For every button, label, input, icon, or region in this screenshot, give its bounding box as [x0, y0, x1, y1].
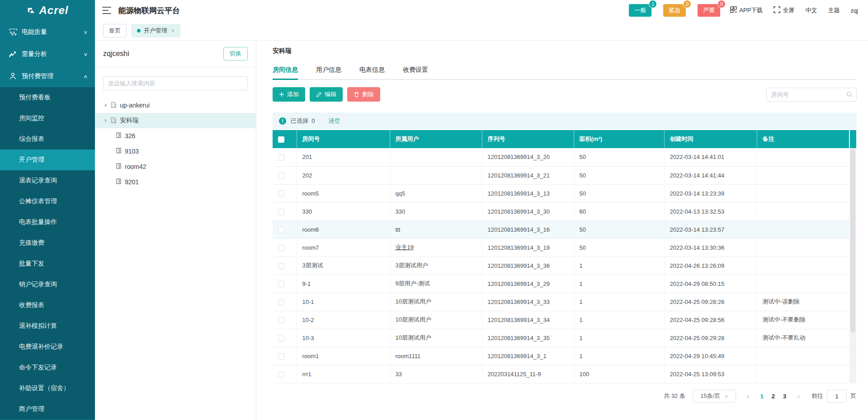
caret-right-icon[interactable]	[105, 119, 107, 122]
row-checkbox[interactable]	[278, 371, 284, 378]
header-link-APP下载[interactable]: APP下载	[730, 6, 763, 14]
cell-remark	[757, 347, 849, 365]
sidebar-subitem-退补模拟计算[interactable]: 退补模拟计算	[0, 316, 95, 336]
tree-node-up-ankerui[interactable]: up-ankerui	[95, 98, 256, 113]
next-page-button[interactable]: ›	[794, 392, 803, 400]
row-checkbox[interactable]	[278, 191, 284, 197]
goto-page-input[interactable]	[827, 390, 847, 403]
page-size-select[interactable]: 15条/页 ∨	[693, 390, 736, 403]
tree-leaf-9201[interactable]: 9201	[95, 174, 256, 190]
breadcrumb-tab-开户管理[interactable]: 开户管理×	[131, 24, 180, 37]
scrollbar-thumb[interactable]	[850, 149, 855, 332]
sidebar-subitem-综合报表[interactable]: 综合报表	[0, 129, 95, 149]
row-checkbox[interactable]	[278, 299, 284, 305]
table-row[interactable]: room7业主1912012081369914_3_19502022-03-14…	[273, 238, 849, 257]
sidebar-subitem-电费退补价记录[interactable]: 电费退补价记录	[0, 336, 95, 357]
table-row[interactable]: room6ttt12012081369914_3_16502022-03-14 …	[273, 220, 849, 238]
sidebar-item-预付费管理[interactable]: 预付费管理∧	[0, 65, 95, 87]
row-checkbox[interactable]	[278, 227, 284, 233]
cell-created: 2022-04-26 13:26:09	[664, 257, 757, 275]
sidebar-subitem-收费报表[interactable]: 收费报表	[0, 295, 95, 316]
sidebar-subitem-商户管理[interactable]: 商户管理	[0, 399, 95, 420]
prev-page-button[interactable]: ‹	[743, 392, 753, 400]
tree-leaf-326[interactable]: 326	[95, 128, 256, 144]
cell-serial: 12012081369914_3_34	[482, 311, 574, 329]
row-checkbox[interactable]	[278, 245, 284, 251]
search-icon[interactable]	[846, 91, 853, 98]
cell-remark	[757, 202, 849, 220]
sidebar-subitem-批量下发[interactable]: 批量下发	[0, 253, 95, 274]
row-checkbox[interactable]	[278, 173, 284, 179]
room-search-input[interactable]	[766, 88, 857, 102]
row-checkbox[interactable]	[278, 263, 284, 269]
sidebar-subitem-电表批量操作[interactable]: 电表批量操作	[0, 212, 95, 233]
delete-button[interactable]: 删除	[347, 87, 380, 102]
sidebar-subitem-命令下发记录[interactable]: 命令下发记录	[0, 357, 95, 378]
table-row[interactable]: 10-110层测试用户12012081369914_3_3312022-04-2…	[273, 293, 849, 311]
sidebar-subitem-补助设置（宿舍）[interactable]: 补助设置（宿舍）	[0, 378, 95, 399]
sidebar-subitem-销户记录查询[interactable]: 销户记录查询	[0, 274, 95, 295]
collapse-menu-icon[interactable]	[102, 7, 111, 14]
header-link-全屏[interactable]: 全屏	[774, 6, 794, 14]
page-button-2[interactable]: 2	[768, 393, 779, 400]
tree-node-安科瑞[interactable]: 安科瑞	[95, 113, 256, 128]
row-checkbox[interactable]	[278, 281, 284, 287]
table-row[interactable]: rrr133202203141125_11-91002022-04-25 13:…	[273, 365, 849, 383]
table-row[interactable]: 33033012012081369914_3_30602022-04-13 13…	[273, 202, 849, 220]
sidebar-subitem-预付费看板[interactable]: 预付费看板	[0, 87, 95, 108]
add-button[interactable]: 添加	[273, 87, 305, 102]
alarm-badge-紧急[interactable]: 紧急0	[663, 4, 686, 17]
alarm-badge-一般[interactable]: 一般1	[629, 4, 651, 17]
table-row[interactable]: 20112012081369914_3_20502022-03-14 14:41…	[273, 148, 849, 166]
app-root: Acrel 电能质量∨需量分析∨预付费管理∧预付费看板房间监控综合报表开户管理退…	[0, 0, 868, 420]
alarm-badge-严重[interactable]: 严重0	[698, 4, 720, 17]
tree-search-input[interactable]	[103, 76, 248, 90]
tab-电表信息[interactable]: 电表信息	[359, 61, 385, 79]
row-checkbox[interactable]	[278, 353, 284, 359]
edit-button[interactable]: 编辑	[310, 87, 343, 102]
room-icon	[116, 148, 122, 155]
row-checkbox[interactable]	[278, 335, 284, 341]
sidebar-item-电能质量[interactable]: 电能质量∨	[0, 21, 95, 43]
page-button-1[interactable]: 1	[756, 393, 768, 400]
table-scrollbar[interactable]	[849, 130, 856, 383]
switch-button[interactable]: 切换	[223, 47, 248, 61]
tree-leaf-9103[interactable]: 9103	[95, 144, 256, 159]
sidebar-item-需量分析[interactable]: 需量分析∨	[0, 43, 95, 65]
header-link-中文[interactable]: 中文	[805, 6, 817, 14]
table-row[interactable]: 10-210层测试用户12012081369914_3_3412022-04-2…	[273, 311, 849, 329]
header-link-主题[interactable]: 主题	[828, 6, 840, 14]
select-all-checkbox[interactable]	[278, 136, 284, 143]
cell-remark	[757, 166, 849, 184]
rooms-table: 房间号所属用户序列号面积(m²)创建时间备注 20112012081369914…	[273, 130, 849, 383]
tree-leaf-label: room42	[125, 163, 146, 170]
cell-area: 1	[574, 293, 664, 311]
tab-收费设置[interactable]: 收费设置	[403, 61, 428, 79]
tab-房间信息[interactable]: 房间信息	[273, 61, 298, 79]
clear-selection-link[interactable]: 清空	[328, 117, 340, 125]
total-count: 共 32 条	[664, 392, 685, 400]
table-row[interactable]: 3层测试3层测试用户12012081369914_3_3612022-04-26…	[273, 257, 849, 275]
header-link-zqj[interactable]: zqj	[850, 7, 858, 14]
row-checkbox[interactable]	[278, 154, 284, 161]
table-row[interactable]: room5qq512012081369914_3_13502022-03-14 …	[273, 184, 849, 202]
tab-用户信息[interactable]: 用户信息	[316, 61, 341, 79]
table-row[interactable]: 10-310层测试用户12012081369914_3_3512022-04-2…	[273, 329, 849, 347]
caret-right-icon[interactable]	[105, 103, 107, 107]
table-row[interactable]: 20212012081369914_3_21502022-03-14 14:41…	[273, 166, 849, 184]
row-checkbox[interactable]	[278, 209, 284, 215]
sidebar-subitem-公摊仪表管理[interactable]: 公摊仪表管理	[0, 191, 95, 212]
sidebar-subitem-充值缴费[interactable]: 充值缴费	[0, 233, 95, 253]
sidebar-subitem-房间监控[interactable]: 房间监控	[0, 108, 95, 129]
sidebar-subitem-开户管理[interactable]: 开户管理	[0, 149, 95, 170]
page-button-3[interactable]: 3	[779, 393, 790, 400]
table-row[interactable]: 9-19层用户-测试12012081369914_3_2912022-04-29…	[273, 275, 849, 293]
sidebar-subitem-退表记录查询[interactable]: 退表记录查询	[0, 170, 95, 191]
row-checkbox[interactable]	[278, 317, 284, 323]
table-row[interactable]: room1room111112012081369914_3_112022-04-…	[273, 347, 849, 365]
breadcrumb-tab-首页[interactable]: 首页	[103, 24, 127, 37]
user-link[interactable]: 业主19	[396, 244, 414, 251]
row-checkbox-cell	[273, 202, 297, 220]
tree-leaf-room42[interactable]: room42	[95, 159, 256, 174]
close-icon[interactable]: ×	[171, 28, 175, 34]
